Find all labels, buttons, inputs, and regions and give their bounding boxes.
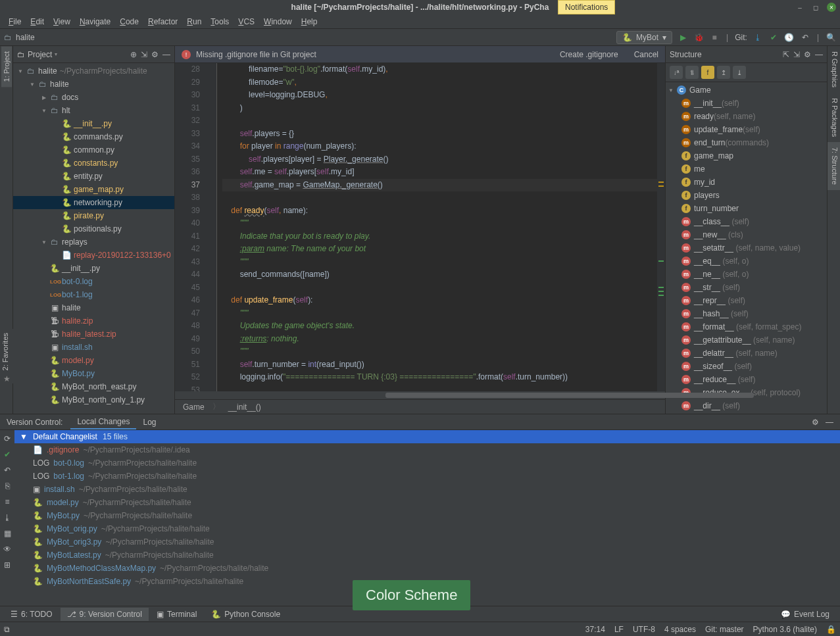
- structure-item[interactable]: fmy_id: [666, 176, 827, 189]
- run-icon[interactable]: ▶: [678, 32, 688, 43]
- tree-item[interactable]: 🐍common.py: [13, 143, 174, 157]
- tree-item[interactable]: LOGbot-0.log: [13, 275, 174, 288]
- git-update-icon[interactable]: ⭳: [753, 32, 763, 43]
- structure-item[interactable]: m__ne__ (self, o): [666, 268, 827, 281]
- menu-file[interactable]: File: [4, 16, 26, 28]
- menu-navigate[interactable]: Navigate: [75, 16, 115, 28]
- structure-item[interactable]: mready(self, name): [666, 110, 827, 123]
- gear-icon[interactable]: ⚙: [812, 418, 819, 427]
- stop-icon[interactable]: ■: [709, 32, 720, 43]
- hide-icon[interactable]: —: [826, 418, 833, 427]
- structure-item[interactable]: m__setattr__ (self, name, value): [666, 241, 827, 255]
- vcs-tab[interactable]: ⎇ 9: Version Control: [61, 608, 149, 621]
- tab-log[interactable]: Log: [136, 416, 162, 429]
- tree-item[interactable]: 🐍commands.py: [13, 130, 174, 143]
- structure-tab[interactable]: 7: Structure: [828, 142, 840, 190]
- windows-icon[interactable]: ⧉: [4, 625, 10, 634]
- structure-item[interactable]: m__sizeof__ (self): [666, 360, 827, 373]
- shelve-icon[interactable]: ⭳: [3, 513, 11, 522]
- show-fields-icon[interactable]: f: [701, 66, 714, 79]
- menu-code[interactable]: Code: [115, 16, 143, 28]
- preview-icon[interactable]: 👁: [3, 545, 11, 554]
- collapse-icon[interactable]: ⇲: [141, 50, 147, 59]
- changelist-icon[interactable]: ≡: [5, 497, 9, 506]
- structure-item[interactable]: m__class__ (self): [666, 215, 827, 228]
- tree-item[interactable]: LOGbot-1.log: [13, 288, 174, 301]
- tree-item[interactable]: 📄replay-20190122-133136+0: [13, 249, 174, 262]
- changed-file[interactable]: 🐍MyBot_orig3.py ~/PycharmProjects/halite…: [14, 535, 840, 549]
- diff-icon[interactable]: ⎘: [5, 481, 10, 491]
- structure-item[interactable]: m__eq__ (self, o): [666, 255, 827, 268]
- refresh-icon[interactable]: ⟳: [4, 434, 11, 443]
- todo-tab[interactable]: ☰ 6: TODO: [4, 608, 59, 621]
- project-toolwindow-tab[interactable]: 1: Project: [1, 46, 12, 87]
- breadcrumb-item[interactable]: halite: [16, 33, 35, 42]
- menu-help[interactable]: Help: [297, 16, 322, 28]
- locate-icon[interactable]: ⊕: [130, 50, 137, 59]
- hide-icon[interactable]: —: [815, 50, 823, 59]
- tree-item[interactable]: 🐍MyBot_north_east.py: [13, 380, 174, 393]
- gear-icon[interactable]: ⚙: [151, 50, 159, 59]
- maximize-icon[interactable]: ◻: [811, 3, 820, 12]
- tree-item[interactable]: 🐍MyBot_north_only_1.py: [13, 393, 174, 406]
- tree-item[interactable]: ▶🗀docs: [13, 91, 174, 104]
- structure-item[interactable]: mupdate_frame(self): [666, 123, 827, 136]
- banner-cancel-link[interactable]: Cancel: [634, 50, 658, 59]
- structure-item[interactable]: m__format__ (self, format_spec): [666, 320, 827, 333]
- structure-item[interactable]: mend_turn(commands): [666, 136, 827, 149]
- changed-file[interactable]: 🐍MyBot.py ~/PycharmProjects/halite/halit…: [14, 509, 840, 522]
- chevron-down-icon[interactable]: ▾: [55, 51, 57, 57]
- tree-item[interactable]: 🗜halite_latest.zip: [13, 328, 174, 341]
- menu-edit[interactable]: Edit: [26, 16, 49, 28]
- tab-local-changes[interactable]: Local Changes: [70, 415, 136, 429]
- indent[interactable]: 4 spaces: [664, 625, 696, 634]
- r-packages-tab[interactable]: R Packages: [828, 93, 840, 142]
- tree-item[interactable]: 🐍constants.py: [13, 157, 174, 170]
- group-icon[interactable]: ▦: [4, 529, 11, 538]
- tree-item[interactable]: 🐍networking.py: [13, 196, 174, 209]
- tree-item[interactable]: ▣install.sh: [13, 341, 174, 354]
- r-graphics-tab[interactable]: R Graphics: [828, 46, 840, 93]
- tree-item[interactable]: ▼🗀halite ~/PycharmProjects/halite: [13, 64, 174, 78]
- terminal-tab[interactable]: ▣ Terminal: [150, 608, 203, 621]
- menu-refactor[interactable]: Refactor: [143, 16, 182, 28]
- tree-item[interactable]: 🐍pirate.py: [13, 209, 174, 222]
- editor-content[interactable]: filename="bot-{}.log".format(self.my_id)…: [217, 63, 657, 391]
- search-icon[interactable]: 🔍: [826, 32, 836, 43]
- expand-all-icon[interactable]: ⊞: [4, 560, 11, 570]
- git-commit-icon[interactable]: ✔: [768, 32, 779, 43]
- tree-item[interactable]: 🐍model.py: [13, 354, 174, 367]
- autoscroll-icon[interactable]: ⤓: [733, 66, 746, 79]
- hide-icon[interactable]: —: [162, 50, 170, 59]
- lock-icon[interactable]: 🔒: [826, 625, 836, 634]
- tree-item[interactable]: 🐍MyBot.py: [13, 367, 174, 380]
- menu-vcs[interactable]: VCS: [234, 16, 259, 28]
- encoding[interactable]: UTF-8: [633, 625, 655, 634]
- structure-item[interactable]: m__delattr__ (self, name): [666, 347, 827, 360]
- changed-file[interactable]: 🐍MyBotMethodClassMaxMap.py ~/PycharmProj…: [14, 562, 840, 575]
- vcs-changelist[interactable]: ▼ Default Changelist 15 files 📄.gitignor…: [14, 430, 840, 606]
- interpreter[interactable]: Python 3.6 (halite): [753, 625, 817, 634]
- collapse-icon[interactable]: ⇲: [793, 50, 800, 59]
- project-tree[interactable]: ▼🗀halite ~/PycharmProjects/halite▼🗀halit…: [13, 63, 174, 414]
- crumb-item[interactable]: Game: [183, 403, 205, 412]
- menu-run[interactable]: Run: [182, 16, 206, 28]
- structure-item[interactable]: m__getattribute__ (self, name): [666, 333, 827, 347]
- changed-file[interactable]: LOGbot-1.log ~/PycharmProjects/halite/ha…: [14, 470, 840, 483]
- close-icon[interactable]: ×: [827, 3, 836, 12]
- structure-item[interactable]: m__repr__ (self): [666, 294, 827, 307]
- tree-item[interactable]: 🐍__init__.py: [13, 262, 174, 275]
- changed-file[interactable]: 📄.gitignore ~/PycharmProjects/halite/.id…: [14, 443, 840, 456]
- structure-item[interactable]: m__dir__ (self): [666, 399, 827, 412]
- structure-item[interactable]: m__hash__ (self): [666, 307, 827, 320]
- run-config-selector[interactable]: 🐍 MyBot ▾: [616, 31, 672, 44]
- favorites-tab[interactable]: 2: Favorites: [0, 329, 11, 374]
- structure-item[interactable]: fplayers: [666, 189, 827, 202]
- caret-position[interactable]: 37:14: [585, 625, 605, 634]
- editor-horizontal-scrollbar[interactable]: [175, 391, 665, 399]
- line-ending[interactable]: LF: [614, 625, 624, 634]
- error-stripe[interactable]: [657, 63, 665, 391]
- git-revert-icon[interactable]: ↶: [800, 32, 810, 43]
- structure-item[interactable]: fturn_number: [666, 202, 827, 215]
- tree-item[interactable]: 🗜halite.zip: [13, 314, 174, 328]
